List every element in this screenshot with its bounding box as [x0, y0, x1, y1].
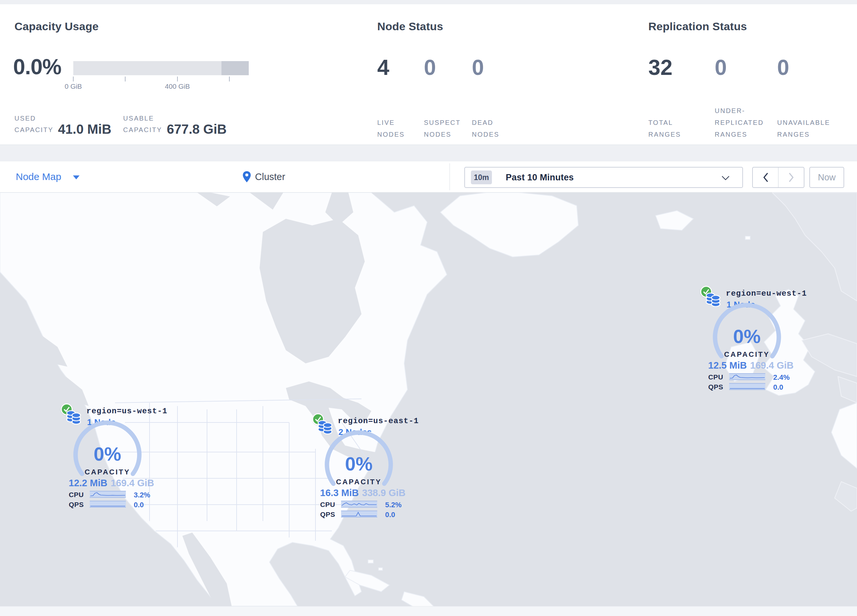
- axis-tick-label: 400 GiB: [155, 82, 200, 90]
- region-label: region=eu-west-1: [726, 289, 807, 298]
- stat-value: 0: [424, 56, 472, 79]
- axis-tick: [177, 77, 178, 82]
- stat-item: 32 TOTALRANGES: [648, 56, 715, 140]
- axis-tick: [229, 77, 230, 82]
- map-toolbar: Node Map Cluster 10m Past 10 Minutes Now: [0, 161, 857, 193]
- stat-value: 0: [715, 56, 777, 79]
- capacity-percent: 0%: [71, 443, 144, 465]
- stat-value: 4: [377, 56, 424, 79]
- chevron-down-icon: [73, 176, 79, 179]
- view-selector-dropdown[interactable]: Node Map: [16, 161, 79, 192]
- breadcrumb-cluster-label: Cluster: [255, 171, 285, 182]
- usable-capacity-value: 169.4 GiB: [111, 478, 154, 488]
- cluster-stats-panel: Capacity Usage 0.0% 0 GiB400 GiB USED CA…: [0, 4, 857, 145]
- qps-value: 0.0: [385, 511, 395, 519]
- region-label: region=us-east-1: [338, 417, 419, 425]
- used-capacity-label: USED CAPACITY: [14, 113, 54, 136]
- cpu-label: CPU: [312, 501, 335, 509]
- usable-capacity-value: 338.9 GiB: [362, 488, 405, 499]
- qps-label: QPS: [700, 383, 723, 391]
- stat-label: LIVENODES: [377, 117, 424, 140]
- stat-item: 0 DEADNODES: [472, 56, 528, 140]
- stat-label: TOTALRANGES: [648, 117, 715, 140]
- capacity-usage-title: Capacity Usage: [14, 20, 99, 33]
- stat-label: UNDER-REPLICATEDRANGES: [715, 105, 777, 140]
- cpu-value: 2.4%: [773, 373, 790, 382]
- stat-item: 0 SUSPECTNODES: [424, 56, 472, 140]
- region-marker[interactable]: region=us-west-1 1 Node 0% CAPACITY 12.2…: [61, 403, 159, 512]
- chevron-left-icon: [763, 173, 769, 182]
- time-back-button[interactable]: [753, 168, 778, 187]
- time-range-arrows: [752, 167, 804, 188]
- qps-label: QPS: [61, 501, 84, 509]
- usable-capacity-value: 169.4 GiB: [750, 360, 794, 371]
- axis-tick: [125, 77, 125, 82]
- cpu-sparkline: [341, 501, 377, 508]
- capacity-percent: 0%: [711, 325, 783, 347]
- page-footer-strip: [0, 606, 857, 616]
- time-range-label: Past 10 Minutes: [506, 173, 574, 183]
- stat-label: UNAVAILABLERANGES: [777, 117, 853, 140]
- cpu-label: CPU: [700, 373, 723, 381]
- cpu-value: 5.2%: [385, 501, 402, 509]
- node-status-title: Node Status: [377, 20, 443, 33]
- chevron-right-icon: [788, 173, 794, 182]
- world-map: [0, 193, 857, 606]
- stat-value: 32: [648, 56, 715, 79]
- cpu-sparkline: [90, 491, 126, 498]
- capacity-bar-reserved-segment: [221, 61, 249, 75]
- stat-value: 0: [777, 56, 853, 79]
- node-map[interactable]: region=us-west-1 1 Node 0% CAPACITY 12.2…: [0, 193, 857, 606]
- qps-label: QPS: [312, 511, 335, 519]
- used-capacity-value: 12.5 MiB: [708, 360, 747, 371]
- view-selector-label: Node Map: [16, 171, 61, 182]
- replication-status-title: Replication Status: [648, 20, 747, 33]
- node-status-group: 4 LIVENODES 0 SUSPECTNODES 0 DEADNODES: [377, 56, 528, 140]
- stat-item: 0 UNDER-REPLICATEDRANGES: [715, 56, 777, 140]
- capacity-label: CAPACITY: [711, 350, 783, 359]
- stat-item: 4 LIVENODES: [377, 56, 424, 140]
- used-capacity-value: 12.2 MiB: [69, 478, 107, 488]
- capacity-percent-value: 0.0%: [13, 54, 61, 79]
- toolbar-divider: [450, 163, 450, 190]
- qps-sparkline: [341, 511, 377, 517]
- qps-sparkline: [729, 383, 765, 390]
- cpu-label: CPU: [61, 491, 84, 499]
- capacity-bar: 0 GiB400 GiB: [73, 60, 249, 93]
- capacity-label: CAPACITY: [71, 468, 144, 476]
- axis-tick-label: 0 GiB: [50, 82, 96, 90]
- cpu-sparkline: [729, 373, 765, 380]
- region-marker[interactable]: region=eu-west-1 1 Node 0% CAPACITY 12.5…: [700, 286, 799, 394]
- breadcrumb[interactable]: Cluster: [243, 161, 285, 192]
- used-capacity-value: 41.0 MiB: [58, 122, 111, 137]
- replication-status-group: 32 TOTALRANGES 0 UNDER-REPLICATEDRANGES …: [648, 56, 853, 140]
- region-marker[interactable]: region=us-east-1 2 Nodes 0% CAPACITY 16.…: [312, 413, 411, 522]
- qps-value: 0.0: [134, 501, 144, 509]
- region-label: region=us-west-1: [87, 407, 167, 415]
- used-capacity-value: 16.3 MiB: [320, 488, 359, 499]
- stat-value: 0: [472, 56, 528, 79]
- capacity-percent: 0%: [323, 453, 395, 475]
- stat-item: 0 UNAVAILABLERANGES: [777, 56, 853, 140]
- capacity-bar-track: [73, 61, 249, 75]
- cpu-value: 3.2%: [134, 491, 150, 499]
- qps-sparkline: [90, 501, 126, 508]
- map-pin-icon: [243, 171, 251, 183]
- axis-tick: [73, 77, 74, 82]
- capacity-label: CAPACITY: [323, 478, 395, 486]
- time-window-badge: 10m: [471, 170, 492, 184]
- usable-capacity-label: USABLE CAPACITY: [123, 113, 162, 136]
- stat-label: SUSPECTNODES: [424, 117, 472, 140]
- chevron-down-icon: [721, 176, 730, 181]
- time-range-dropdown[interactable]: 10m Past 10 Minutes: [464, 167, 743, 188]
- time-forward-button[interactable]: [778, 168, 804, 187]
- now-button[interactable]: Now: [809, 167, 844, 188]
- qps-value: 0.0: [773, 383, 783, 392]
- stat-label: DEADNODES: [472, 117, 528, 140]
- usable-capacity-value: 677.8 GiB: [167, 122, 226, 137]
